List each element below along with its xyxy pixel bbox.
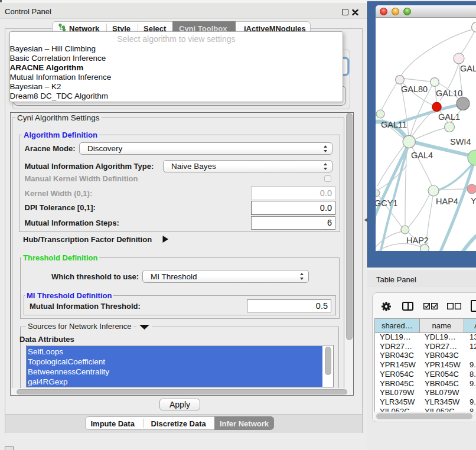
svg-text:GAL4: GAL4 <box>411 151 433 160</box>
svg-text:GCY1: GCY1 <box>376 198 398 208</box>
svg-text:GAL11: GAL11 <box>381 120 407 129</box>
svg-text:GAL80: GAL80 <box>401 84 428 94</box>
svg-text:HAP2: HAP2 <box>406 236 429 245</box>
svg-text:Y: Y <box>471 196 476 206</box>
svg-text:GAL1: GAL1 <box>438 112 460 122</box>
svg-text:SWI4: SWI4 <box>450 137 471 146</box>
svg-text:HAP4: HAP4 <box>436 197 458 206</box>
svg-text:GAL10: GAL10 <box>436 89 462 98</box>
svg-text:GAL: GAL <box>460 64 476 73</box>
